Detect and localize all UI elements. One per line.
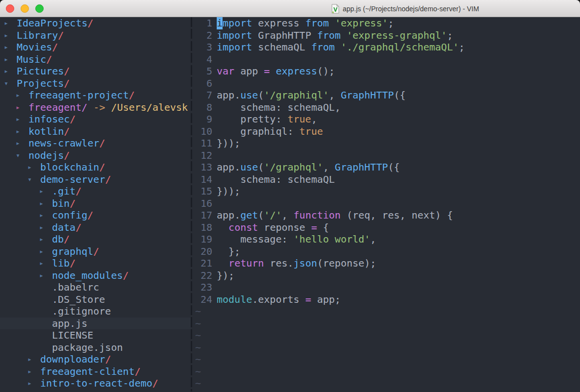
tree-item[interactable]: ▸.git/ [0, 185, 191, 197]
tree-item[interactable]: package.json [0, 342, 191, 354]
code-text: schema: schemaQL [212, 173, 335, 186]
tree-item[interactable]: ▸blockchain/ [0, 161, 191, 173]
tree-item[interactable]: .DS_Store [0, 294, 191, 306]
tree-item[interactable]: ▸bin/ [0, 197, 191, 210]
tree-item[interactable]: ▸intro-to-react-native/ [0, 390, 191, 392]
tree-item[interactable]: ▾demo-server/ [0, 173, 191, 186]
code-line[interactable]: 5var app = express(); [192, 65, 580, 77]
tree-item[interactable]: .babelrc [0, 281, 191, 294]
code-text: import express from 'express'; [212, 17, 394, 29]
line-number: 6 [192, 77, 212, 90]
tree-item[interactable]: app.js [0, 318, 191, 330]
tree-item[interactable]: ▸node_modules/ [0, 270, 191, 282]
code-text: app.use('/graphql', GraphHTTP({ [212, 161, 400, 173]
tree-item[interactable]: ▸infosec/ [0, 113, 191, 125]
title-bar[interactable]: app.js (~/Projects/nodejs/demo-server) -… [0, 0, 580, 17]
line-number: 20 [192, 245, 212, 258]
tree-item[interactable]: ▸lib/ [0, 257, 191, 270]
tree-item-label: freeagent/ -> /Users/alevsk [28, 101, 188, 114]
code-line[interactable]: 14 schema: schemaQL [192, 173, 580, 186]
code-editor[interactable]: 1import express from 'express';2import G… [192, 17, 580, 392]
code-line[interactable]: 19 message: 'hello world', [192, 233, 580, 245]
tree-item[interactable]: ▸Music/ [0, 53, 191, 66]
line-number: 22 [192, 270, 212, 282]
code-line[interactable]: 15})); [192, 185, 580, 197]
code-line[interactable]: 24module.exports = app; [192, 294, 580, 306]
chevron-right-icon: ▸ [39, 185, 52, 197]
tree-item-label: intro-to-react-native/ [40, 390, 170, 392]
code-line[interactable]: 20 }; [192, 245, 580, 258]
code-line[interactable]: 7app.use('/graphiql', GraphHTTP({ [192, 89, 580, 101]
code-line[interactable]: 2import GraphHTTP from 'express-graphql'… [192, 29, 580, 42]
code-line[interactable]: 16 [192, 197, 580, 210]
tree-item[interactable]: ▸Pictures/ [0, 65, 191, 77]
tree-item[interactable]: ▸news-crawler/ [0, 137, 191, 149]
code-line[interactable]: 4 [192, 53, 580, 66]
code-line[interactable]: 12 [192, 149, 580, 162]
minimize-button[interactable] [21, 4, 29, 13]
chevron-right-icon: ▸ [27, 353, 40, 366]
code-text: module.exports = app; [212, 294, 341, 306]
tree-item[interactable]: .gitignore [0, 305, 191, 318]
code-line[interactable]: 8 schema: schemaQL, [192, 101, 580, 114]
tree-item[interactable]: ▸data/ [0, 221, 191, 234]
line-number: 13 [192, 161, 212, 173]
tree-item[interactable]: ▸IdeaProjects/ [0, 17, 191, 29]
tree-item-label: intro-to-react-demo/ [40, 377, 158, 390]
code-line[interactable]: 11})); [192, 137, 580, 149]
code-line[interactable]: 18 const reponse = { [192, 221, 580, 234]
tree-item[interactable]: ▸kotlin/ [0, 125, 191, 138]
tree-item[interactable]: ▾Projects/ [0, 77, 191, 90]
line-number: 21 [192, 257, 212, 270]
tree-item-label: Music/ [17, 53, 52, 66]
tree-item[interactable]: ▸Library/ [0, 29, 191, 42]
tree-item-label: .gitignore [52, 305, 111, 318]
tree-item[interactable]: LICENSE [0, 329, 191, 342]
zoom-button[interactable] [35, 4, 44, 13]
code-text: }); [212, 270, 234, 282]
tree-item-label: freeagent-project/ [28, 89, 135, 101]
tree-item[interactable]: ▸graphql/ [0, 245, 191, 258]
chevron-right-icon: ▸ [4, 65, 17, 77]
code-line[interactable]: 21 return res.json(reponse); [192, 257, 580, 270]
code-text [212, 77, 217, 90]
line-number: 1 [192, 17, 212, 29]
code-text: const reponse = { [212, 221, 329, 234]
code-text: pretty: true, [212, 113, 317, 125]
code-text: import schemaQL from './graphql/schemaQL… [212, 41, 465, 53]
code-text [212, 53, 217, 66]
tree-item[interactable]: ▸db/ [0, 233, 191, 245]
code-line[interactable]: 17app.get('/', function (req, res, next)… [192, 209, 580, 221]
code-line[interactable]: 22}); [192, 270, 580, 282]
close-button[interactable] [6, 4, 14, 13]
vim-document-icon [331, 4, 339, 14]
code-text: app.use('/graphiql', GraphHTTP({ [212, 89, 405, 101]
tree-item-label: kotlin/ [28, 125, 70, 138]
code-line[interactable]: 10 graphiql: true [192, 125, 580, 138]
tree-item[interactable]: ▸freeagent-client/ [0, 366, 191, 378]
code-line[interactable]: 6 [192, 77, 580, 90]
tree-item[interactable]: ▾nodejs/ [0, 149, 191, 162]
code-line[interactable]: 9 pretty: true, [192, 113, 580, 125]
tree-item-label: IdeaProjects/ [17, 17, 94, 29]
code-text: })); [212, 137, 240, 149]
text-cursor: i [217, 17, 223, 29]
code-line[interactable]: 23 [192, 281, 580, 294]
tree-item[interactable]: ▸Movies/ [0, 41, 191, 53]
tree-item-label: blockchain/ [40, 161, 105, 173]
code-line[interactable]: 3import schemaQL from './graphql/schemaQ… [192, 41, 580, 53]
line-number: 16 [192, 197, 212, 210]
window-title: app.js (~/Projects/nodejs/demo-server) -… [343, 5, 479, 13]
tree-item-label: .DS_Store [52, 294, 105, 306]
tree-item[interactable]: ▸intro-to-react-demo/ [0, 377, 191, 390]
chevron-right-icon: ▸ [27, 390, 40, 392]
tree-item[interactable]: ▸downploader/ [0, 353, 191, 366]
line-number: 4 [192, 53, 212, 66]
empty-line-tilde: ~ [192, 390, 580, 392]
tree-item[interactable]: ▸config/ [0, 209, 191, 221]
tree-item-label: Movies/ [17, 41, 58, 53]
code-line[interactable]: 13app.use('/graphql', GraphHTTP({ [192, 161, 580, 173]
tree-item[interactable]: ▸freeagent/ -> /Users/alevsk [0, 101, 191, 114]
code-line[interactable]: 1import express from 'express'; [192, 17, 580, 29]
tree-item[interactable]: ▸freeagent-project/ [0, 89, 191, 101]
